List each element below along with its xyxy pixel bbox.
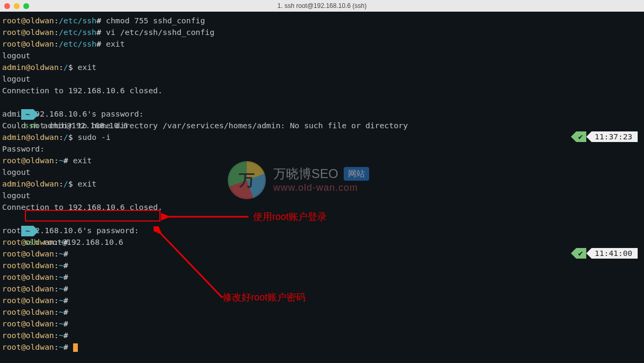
- powerline-arrow-icon: [586, 248, 592, 259]
- timestamp: 11:37:23: [592, 131, 638, 142]
- terminal-line: root@oldwan:~#: [2, 341, 642, 353]
- powerline-arrow-icon: [33, 226, 39, 236]
- prompt-cwd: ~: [21, 109, 33, 120]
- maximize-icon[interactable]: [23, 3, 29, 9]
- cursor-icon: [73, 343, 78, 352]
- powerline-arrow-icon: [33, 109, 39, 120]
- prompt-user: root@oldwan: [2, 16, 54, 25]
- powerline-arrow-icon: [571, 248, 576, 259]
- prompt-path: /etc/ssh: [59, 16, 96, 25]
- command-keyword: ssh: [24, 121, 39, 130]
- terminal-line: root@oldwan:~# exit: [2, 155, 642, 166]
- terminal-line: root@oldwan:~#: [2, 330, 642, 341]
- terminal-line: logout: [2, 190, 642, 201]
- minimize-icon[interactable]: [14, 3, 20, 9]
- terminal-line: admin@oldwan:/$ exit: [2, 61, 642, 73]
- window-title: 1. ssh root@192.168.10.6 (ssh): [0, 0, 644, 12]
- command-text: chmod 755 sshd_config: [106, 16, 205, 25]
- terminal-line: ~ ssh admin@192.168.10.6 ✔11:37:23: [2, 96, 642, 108]
- right-status: ✔11:37:23: [571, 131, 638, 142]
- check-icon: ✔: [576, 131, 586, 142]
- terminal-line: root@oldwan:~#: [2, 283, 642, 295]
- terminal-line: admin@oldwan:/$ exit: [2, 178, 642, 190]
- terminal-line: root@oldwan:~#: [2, 260, 642, 271]
- terminal-line: root@oldwan:~#: [2, 271, 642, 283]
- right-status: ✔11:41:00: [571, 248, 638, 259]
- terminal-line: Password:: [2, 143, 642, 155]
- traffic-lights: [0, 3, 29, 9]
- terminal-line: ~ ssh root@192.168.10.6 ✔11:41:00: [2, 213, 642, 225]
- titlebar: 1. ssh root@192.168.10.6 (ssh): [0, 0, 644, 12]
- close-icon[interactable]: [4, 3, 10, 9]
- powerline-arrow-icon: [586, 131, 592, 142]
- terminal-line: root@oldwan:~#: [2, 318, 642, 330]
- terminal-line: root@oldwan:/etc/ssh# exit: [2, 38, 642, 50]
- terminal-line: admin@oldwan:/$ sudo -i: [2, 131, 642, 143]
- terminal-line: logout: [2, 166, 642, 178]
- terminal-line: logout: [2, 50, 642, 61]
- timestamp: 11:41:00: [592, 248, 638, 259]
- terminal-line: logout: [2, 73, 642, 85]
- powerline-prompt: ~: [21, 109, 39, 120]
- powerline-arrow-icon: [571, 131, 576, 142]
- terminal-line: admin@192.168.10.6's password:: [2, 108, 642, 120]
- terminal-line: root@oldwan:~#: [2, 295, 642, 306]
- terminal-line: root@oldwan:/etc/ssh# vi /etc/ssh/sshd_c…: [2, 26, 642, 38]
- terminal-line: Connection to 192.168.10.6 closed.: [2, 201, 642, 213]
- terminal[interactable]: root@oldwan:/etc/ssh# chmod 755 sshd_con…: [0, 12, 644, 355]
- terminal-line: root@oldwan:/etc/ssh# chmod 755 sshd_con…: [2, 15, 642, 26]
- powerline-prompt: ~: [21, 226, 39, 236]
- terminal-line: root@oldwan:~#: [2, 248, 642, 260]
- check-icon: ✔: [576, 248, 586, 259]
- terminal-line: root@oldwan:~#: [2, 306, 642, 318]
- terminal-line: root@192.168.10.6's password:: [2, 225, 642, 236]
- terminal-line: Connection to 192.168.10.6 closed.: [2, 85, 642, 96]
